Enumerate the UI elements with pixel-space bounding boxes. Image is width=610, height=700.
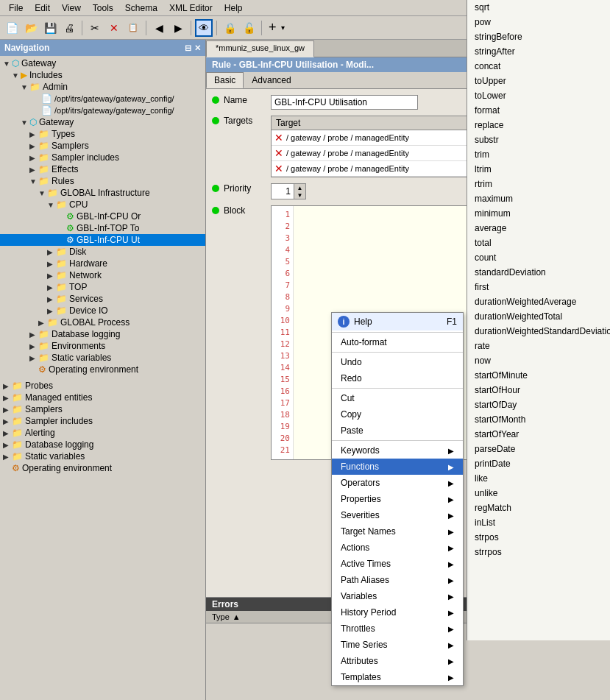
func-standarddeviation[interactable]: standardDeviation [467,265,610,280]
save-button[interactable]: 💾 [41,19,59,37]
tree-op-env[interactable]: ⚙ Operating environment [0,364,205,375]
priority-input[interactable] [272,185,294,198]
name-input[interactable] [271,95,418,110]
func-trim[interactable]: trim [467,147,610,162]
menu-path-aliases[interactable]: Path Aliases ▶ [332,572,463,588]
tree-hardware[interactable]: ▶ 📁 Hardware [0,258,205,269]
func-startofday[interactable]: startOfDay [467,397,610,412]
func-concat[interactable]: concat [467,59,610,74]
tree-rule-1[interactable]: ⚙ GBL-Inf-CPU Or [0,211,205,222]
menu-actions[interactable]: Actions ▶ [332,540,463,556]
tree-sampler-includes[interactable]: ▶ 📁 Sampler includes [0,152,205,163]
paste-button[interactable]: 📋 [124,19,142,37]
tree-samplers[interactable]: ▶ 📁 Samplers [0,140,205,152]
nav-icon-1[interactable]: ⊟ [185,43,191,53]
tree-root-gateway[interactable]: ▼ ⬡ Gateway [0,57,205,69]
tree-static-vars-root[interactable]: ▶ 📁 Static variables [0,450,205,462]
menu-autoformat[interactable]: Auto-format [332,334,463,350]
menu-file[interactable]: File [3,1,29,15]
menu-view[interactable]: View [56,1,87,15]
menu-time-series[interactable]: Time Series ▶ [332,637,463,653]
func-toupper[interactable]: toUpper [467,74,610,88]
tree-samplers-root[interactable]: ▶ 📁 Samplers [0,403,205,415]
func-unlike[interactable]: unlike [467,486,610,501]
tree-device-io[interactable]: ▶ 📁 Device IO [0,305,205,317]
tree-network[interactable]: ▶ 📁 Network [0,269,205,281]
tree-services[interactable]: ▶ 📁 Services [0,293,205,305]
tree-cpu[interactable]: ▼ 📁 CPU [0,199,205,211]
func-rtrim[interactable]: rtrim [467,177,610,191]
menu-copy[interactable]: Copy [332,406,463,423]
menu-keywords[interactable]: Keywords ▶ [332,442,463,459]
menu-history-period[interactable]: History Period ▶ [332,604,463,621]
tree-types[interactable]: ▶ 📁 Types [0,128,205,140]
func-regmatch[interactable]: regMatch [467,501,610,515]
func-durationweightedtotal[interactable]: durationWeightedTotal [467,309,610,324]
func-first[interactable]: first [467,280,610,294]
tree-sampler-inc-root[interactable]: ▶ 📁 Sampler includes [0,415,205,427]
menu-redo[interactable]: Redo [332,370,463,386]
func-like[interactable]: like [467,471,610,486]
func-now[interactable]: now [467,353,610,368]
func-strrpos[interactable]: strrpos [467,545,610,559]
func-inlist[interactable]: inList [467,515,610,530]
nav-icon-2[interactable]: ✕ [194,43,201,53]
menu-cut[interactable]: Cut [332,390,463,406]
func-substr[interactable]: substr [467,132,610,147]
func-ltrim[interactable]: ltrim [467,162,610,177]
menu-schema[interactable]: Schema [119,1,163,15]
menu-edit[interactable]: Edit [29,1,56,15]
menu-undo[interactable]: Undo [332,354,463,370]
func-pow[interactable]: pow [467,15,610,29]
menu-help[interactable]: Help [219,1,249,15]
func-startofhour[interactable]: startOfHour [467,383,610,397]
tree-gateway-sub[interactable]: ▼ ⬡ Gateway [0,116,205,128]
func-sqrt[interactable]: sqrt [467,0,610,15]
back-button[interactable]: ◀ [150,19,168,37]
tree-db-log-root[interactable]: ▶ 📁 Database logging [0,439,205,450]
open-button[interactable]: 📂 [22,19,40,37]
func-stringafter[interactable]: stringAfter [467,44,610,59]
tree-rules[interactable]: ▼ 📁 Rules [0,175,205,187]
tab-advanced[interactable]: Advanced [244,72,299,88]
menu-attributes[interactable]: Attributes ▶ [332,653,463,669]
func-average[interactable]: average [467,221,610,236]
menu-active-times[interactable]: Active Times ▶ [332,556,463,572]
func-stringbefore[interactable]: stringBefore [467,29,610,44]
tree-disk[interactable]: ▶ 📁 Disk [0,246,205,258]
func-rate[interactable]: rate [467,339,610,353]
add-button[interactable]: + [266,20,280,35]
eye-button[interactable]: 👁 [195,19,213,37]
menu-help-item[interactable]: i Help F1 [332,313,463,330]
menu-variables[interactable]: Variables ▶ [332,588,463,604]
menu-templates[interactable]: Templates ▶ [332,669,463,685]
func-replace[interactable]: replace [467,118,610,132]
tree-managed-entities[interactable]: ▶ 📁 Managed entities [0,392,205,403]
func-printdate[interactable]: printDate [467,456,610,471]
lock-button[interactable]: 🔒 [221,19,238,37]
tree-effects[interactable]: ▶ 📁 Effects [0,163,205,175]
target-delete-2[interactable]: ✕ [274,147,283,159]
func-strpos[interactable]: strpos [467,530,610,545]
menu-severities[interactable]: Severities ▶ [332,507,463,523]
tree-rule-2[interactable]: ⚙ GBL-Inf-TOP To [0,222,205,234]
menu-target-names[interactable]: Target Names ▶ [332,523,463,540]
menu-properties[interactable]: Properties ▶ [332,491,463,507]
new-button[interactable]: 📄 [3,19,21,37]
func-tolower[interactable]: toLower [467,88,610,103]
tree-includes[interactable]: ▼ ▶ Includes [0,69,205,81]
add-dropdown[interactable]: ▾ [281,24,285,32]
menu-xml-editor[interactable]: XML Editor [163,1,219,15]
func-startofmonth[interactable]: startOfMonth [467,412,610,427]
target-delete-1[interactable]: ✕ [274,132,283,144]
menu-paste[interactable]: Paste [332,423,463,439]
func-minimum[interactable]: minimum [467,206,610,221]
menu-operators[interactable]: Operators ▶ [332,475,463,491]
tree-rule-3[interactable]: ⚙ GBL-Inf-CPU Ut [0,234,205,246]
priority-up[interactable]: ▲ [294,184,305,191]
tree-probes[interactable]: ▶ 📁 Probes [0,380,205,392]
func-durationweightedstddev[interactable]: durationWeightedStandardDeviation [467,324,610,339]
menu-throttles[interactable]: Throttles ▶ [332,621,463,637]
tree-op-env-root[interactable]: ⚙ Operating environment [0,462,205,474]
target-delete-3[interactable]: ✕ [274,163,283,174]
